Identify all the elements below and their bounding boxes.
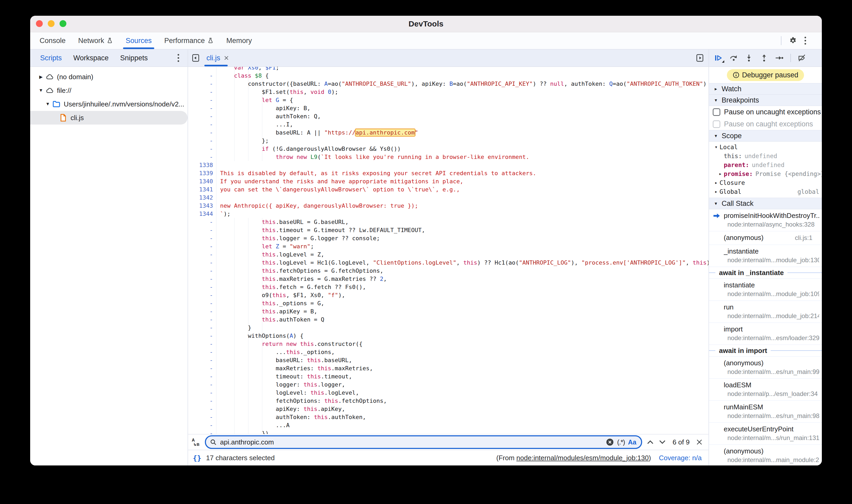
line-number[interactable]: - xyxy=(188,291,216,299)
checkbox[interactable] xyxy=(713,120,720,128)
code-line[interactable]: 1344`); xyxy=(188,210,709,218)
line-number[interactable]: 1343 xyxy=(188,202,216,210)
scope-row[interactable]: this:undefined xyxy=(709,151,822,161)
call-stack-frame[interactable]: promiseInitHookWithDestroyTr...node:inte… xyxy=(709,209,822,231)
line-number[interactable]: 1339 xyxy=(188,169,216,177)
code-view[interactable]: var Xs0, $F1;- class $8 {- constructor({… xyxy=(188,67,709,434)
code-line[interactable]: - baseURL: this.baseURL, xyxy=(188,356,709,364)
chevron-expanded-icon[interactable]: ▼ xyxy=(44,102,52,107)
line-number[interactable]: - xyxy=(188,324,216,332)
call-stack-frame[interactable]: (anonymous)node:internal/m...main_module… xyxy=(709,445,822,465)
line-number[interactable]: - xyxy=(188,429,216,434)
line-number[interactable]: - xyxy=(188,397,216,405)
line-number[interactable]: - xyxy=(188,283,216,291)
code-line[interactable]: 1340If you understand the risks and have… xyxy=(188,177,709,185)
hide-navigator-icon[interactable] xyxy=(192,54,200,62)
code-line[interactable]: - this.fetch = G.fetch ?? Fs0(), xyxy=(188,283,709,291)
close-find-bar-icon[interactable] xyxy=(696,439,703,446)
line-number[interactable]: - xyxy=(188,356,216,364)
scope-row[interactable]: parent:undefined xyxy=(709,161,822,169)
line-number[interactable]: - xyxy=(188,234,216,242)
code-line[interactable]: - }; xyxy=(188,137,709,145)
chevron-expanded-icon[interactable]: ▾ xyxy=(713,145,720,149)
code-line[interactable]: - throw new L9(`It looks like you're run… xyxy=(188,153,709,161)
chevron-collapsed-icon[interactable]: ▶ xyxy=(37,74,45,80)
line-number[interactable]: 1338 xyxy=(188,161,216,169)
code-line[interactable]: - apiKey: B, xyxy=(188,104,709,112)
next-match-icon[interactable] xyxy=(658,439,666,445)
breakpoint-option[interactable]: Pause on uncaught exceptions xyxy=(709,106,822,118)
scope-row[interactable]: ▸promise:Promise {<pending>} xyxy=(709,169,822,178)
navigator-tab-snippets[interactable]: Snippets xyxy=(114,50,154,66)
close-tab-icon[interactable] xyxy=(224,55,229,61)
line-number[interactable]: - xyxy=(188,80,216,88)
step-over-icon[interactable] xyxy=(729,54,738,62)
call-stack-frame[interactable]: (anonymous)cli.js:1 xyxy=(709,231,822,245)
tab-console[interactable]: Console xyxy=(33,32,72,49)
close-window-button[interactable] xyxy=(36,20,43,27)
line-number[interactable]: - xyxy=(188,413,216,421)
code-line[interactable]: - this.apiKey = B, xyxy=(188,307,709,316)
code-line[interactable]: - this.timeout = G.timeout ?? Lw.DEFAULT… xyxy=(188,226,709,234)
code-line[interactable]: - o9(this, $F1, Xs0, "f"), xyxy=(188,291,709,299)
call-stack-frame[interactable]: importnode:internal/m...esm/loader:329 xyxy=(709,323,822,345)
tree-item-file-[interactable]: ▼file:// xyxy=(30,84,188,97)
call-stack-frame[interactable]: (anonymous)node:internal/m...es/run_main… xyxy=(709,357,822,379)
source-origin-link[interactable]: node:internal/modules/esm/module_job:130 xyxy=(516,454,649,462)
call-stack-frame[interactable]: instantiatenode:internal/m...module_job:… xyxy=(709,279,822,301)
line-number[interactable]: - xyxy=(188,348,216,356)
code-line[interactable]: - } xyxy=(188,324,709,332)
tab-performance[interactable]: Performance xyxy=(158,32,220,49)
line-number[interactable]: - xyxy=(188,275,216,283)
line-number[interactable]: - xyxy=(188,242,216,250)
chevron-collapsed-icon[interactable]: ▸ xyxy=(713,180,720,185)
replace-toggle-icon[interactable]: A↳B xyxy=(192,438,201,446)
line-number[interactable] xyxy=(188,67,216,72)
tab-memory[interactable]: Memory xyxy=(220,32,259,49)
code-line[interactable]: - let G = { xyxy=(188,96,709,104)
code-line[interactable]: - logLevel: this.logLevel, xyxy=(188,389,709,397)
line-number[interactable]: - xyxy=(188,332,216,340)
resume-script-icon[interactable] xyxy=(714,54,723,62)
line-number[interactable]: - xyxy=(188,145,216,153)
line-number[interactable]: - xyxy=(188,372,216,380)
code-line[interactable]: - maxRetries: this.maxRetries, xyxy=(188,364,709,372)
code-line[interactable]: - this.fetchOptions = G.fetchOptions, xyxy=(188,267,709,275)
line-number[interactable]: - xyxy=(188,112,216,120)
navigator-more-icon[interactable] xyxy=(178,54,179,62)
line-number[interactable]: - xyxy=(188,104,216,112)
code-line[interactable]: 1339This is disabled by default, as it r… xyxy=(188,169,709,177)
tree-item-users-jinhuilee-nvm-versions-node-v2-[interactable]: ▼Users/jinhuilee/.nvm/versions/node/v2..… xyxy=(30,97,188,111)
tab-network[interactable]: Network xyxy=(72,32,119,49)
line-number[interactable]: - xyxy=(188,316,216,324)
section-breakpoints[interactable]: ▾Breakpoints xyxy=(709,95,822,106)
line-number[interactable]: - xyxy=(188,389,216,397)
scope-row[interactable]: ▸Closure xyxy=(709,178,822,187)
line-number[interactable]: - xyxy=(188,128,216,137)
coverage-link[interactable]: Coverage: n/a xyxy=(659,454,702,462)
tree-item-cli-js[interactable]: cli.js xyxy=(30,111,188,125)
code-line[interactable]: - this.baseURL = G.baseURL, xyxy=(188,218,709,226)
line-number[interactable]: 1340 xyxy=(188,177,216,185)
line-number[interactable]: - xyxy=(188,421,216,429)
code-line[interactable]: - ...A xyxy=(188,421,709,429)
call-stack-frame[interactable]: loadESMnode:internal/p.../esm_loader:34 xyxy=(709,379,822,401)
zoom-window-button[interactable] xyxy=(59,20,66,27)
code-line[interactable]: - ...this._options, xyxy=(188,348,709,356)
code-line[interactable]: - fetchOptions: this.fetchOptions, xyxy=(188,397,709,405)
line-number[interactable]: - xyxy=(188,380,216,389)
line-number[interactable]: - xyxy=(188,153,216,161)
line-number[interactable]: 1342 xyxy=(188,194,216,202)
scope-row[interactable]: ▸Globalglobal xyxy=(709,187,822,196)
call-stack-frame[interactable]: runMainESMnode:internal/m...es/run_main:… xyxy=(709,401,822,423)
code-line[interactable]: - authToken: this.authToken, xyxy=(188,413,709,421)
code-line[interactable]: 1338 xyxy=(188,161,709,169)
code-line[interactable]: - withOptions(A) { xyxy=(188,332,709,340)
section-watch[interactable]: ▸Watch xyxy=(709,83,822,95)
scope-row[interactable]: ▾Local xyxy=(709,143,822,151)
tree-item--no-domain-[interactable]: ▶(no domain) xyxy=(30,70,188,84)
line-number[interactable]: 1344 xyxy=(188,210,216,218)
step-into-icon[interactable] xyxy=(745,54,753,62)
line-number[interactable]: - xyxy=(188,226,216,234)
match-case-toggle[interactable]: Aa xyxy=(628,438,636,446)
